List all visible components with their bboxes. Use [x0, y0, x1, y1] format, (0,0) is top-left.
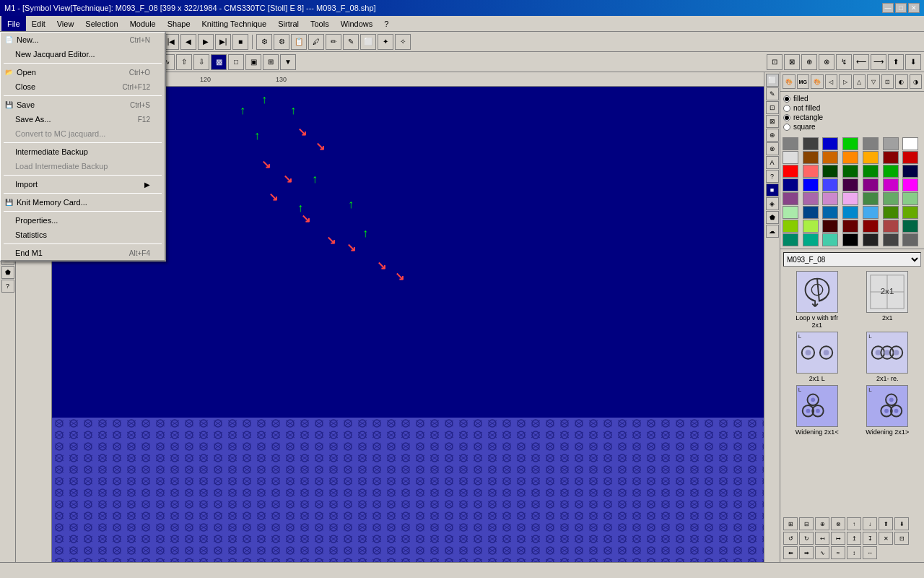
- menu-import[interactable]: Import ▶: [1, 177, 165, 191]
- color-purple[interactable]: [863, 178, 879, 191]
- tb-r4[interactable]: 🖊: [308, 34, 324, 50]
- br-2[interactable]: ⊟: [799, 517, 814, 530]
- br-14[interactable]: ↧: [863, 532, 877, 545]
- color-teal[interactable]: [902, 220, 918, 233]
- menu-properties[interactable]: Properties...: [1, 213, 165, 228]
- br-9[interactable]: ↺: [783, 532, 798, 545]
- tb2-r8[interactable]: ⬆: [888, 54, 904, 70]
- menu-new[interactable]: 📄 New... Ctrl+N: [1, 33, 165, 47]
- tb-r8[interactable]: ✦: [378, 34, 393, 50]
- tb2-select3[interactable]: ⊞: [263, 54, 279, 70]
- menu-edit[interactable]: Edit: [26, 16, 51, 31]
- tb-r6[interactable]: ✎: [343, 34, 359, 50]
- color-olive[interactable]: [883, 206, 899, 219]
- menu-module[interactable]: Module: [124, 16, 162, 31]
- color-darkblue[interactable]: [783, 178, 798, 191]
- menu-knit-memory[interactable]: 💾 Knit Memory Card...: [1, 195, 165, 210]
- color-tool-8[interactable]: ⊡: [881, 74, 894, 89]
- menu-view[interactable]: View: [51, 16, 80, 31]
- tb-r1[interactable]: ⚙: [256, 34, 272, 50]
- color-mediumpurple[interactable]: [803, 192, 819, 205]
- minimize-button[interactable]: —: [882, 3, 894, 13]
- color-nearblack[interactable]: [863, 233, 879, 246]
- br-6[interactable]: ↓: [863, 517, 877, 530]
- color-brightmagenta[interactable]: [902, 178, 918, 191]
- br-12[interactable]: ↦: [831, 532, 845, 545]
- color-dustyred[interactable]: [883, 220, 899, 233]
- rt-8[interactable]: ?: [766, 170, 779, 183]
- rt-2[interactable]: ✎: [766, 87, 779, 100]
- color-darkred[interactable]: [883, 151, 899, 164]
- menu-windows[interactable]: Windows: [335, 16, 379, 31]
- color-blue[interactable]: [822, 137, 838, 150]
- symbol-2x1re[interactable]: L 2x1- re.: [854, 332, 922, 382]
- menu-help[interactable]: ?: [378, 16, 394, 31]
- menu-knitting-technique[interactable]: Knitting Technique: [196, 16, 273, 31]
- menu-save[interactable]: 💾 Save Ctrl+S: [1, 98, 165, 112]
- tb2-abc[interactable]: ▼: [280, 54, 296, 70]
- color-navy[interactable]: [822, 206, 838, 219]
- tb-r5[interactable]: ✏: [326, 34, 341, 50]
- rt-7[interactable]: A: [766, 156, 779, 169]
- shape-notfilled-option[interactable]: not filled: [783, 104, 921, 112]
- tb2-r4[interactable]: ⊗: [819, 54, 834, 70]
- menu-statistics[interactable]: Statistics: [1, 228, 165, 242]
- color-brightblue[interactable]: [803, 178, 819, 191]
- rt-4[interactable]: ⊠: [766, 115, 779, 128]
- tool-unknown7[interactable]: ?: [1, 280, 14, 293]
- tb2-r7[interactable]: ⟶: [871, 54, 886, 70]
- color-medteal[interactable]: [783, 233, 798, 246]
- tb-end[interactable]: ▶|: [215, 34, 231, 50]
- color-darkmaroon[interactable]: [842, 220, 858, 233]
- br-16[interactable]: ⊡: [894, 532, 909, 545]
- tb2-select[interactable]: □: [228, 54, 244, 70]
- color-brightgreen[interactable]: [883, 165, 899, 178]
- tb-r9[interactable]: ✧: [395, 34, 411, 50]
- color-gray[interactable]: [783, 137, 798, 150]
- radio-rectangle[interactable]: [783, 114, 790, 121]
- color-dustygreen[interactable]: [863, 192, 879, 205]
- color-sky[interactable]: [863, 206, 879, 219]
- color-palegreen[interactable]: [783, 206, 798, 219]
- tb-stop[interactable]: ■: [232, 34, 248, 50]
- color-lightgreen[interactable]: [902, 192, 918, 205]
- color-red[interactable]: [783, 165, 798, 178]
- color-orange-dark[interactable]: [822, 151, 838, 164]
- menu-intermediate-backup[interactable]: Intermediate Backup: [1, 144, 165, 159]
- color-verydarkblue[interactable]: [902, 165, 918, 178]
- color-brown[interactable]: [863, 220, 879, 233]
- tb2-fill[interactable]: ▩: [211, 54, 227, 70]
- br-10[interactable]: ↻: [799, 532, 814, 545]
- menu-selection[interactable]: Selection: [79, 16, 123, 31]
- rt-12[interactable]: ☁: [766, 225, 779, 238]
- color-white[interactable]: [902, 137, 918, 150]
- color-tool-7[interactable]: ▽: [867, 74, 880, 89]
- symbol-widening-left[interactable]: L Widening 2x1<: [783, 385, 851, 436]
- radio-filled[interactable]: [783, 95, 790, 103]
- tb-prev[interactable]: ◀: [180, 34, 196, 50]
- color-dustypurple[interactable]: [783, 192, 798, 205]
- tb-r2[interactable]: ⚙: [274, 34, 289, 50]
- color-lightgray[interactable]: [883, 137, 899, 150]
- color-lightpurple[interactable]: [822, 192, 838, 205]
- tb-r3[interactable]: 📋: [291, 34, 307, 50]
- shape-rectangle-option[interactable]: rectangle: [783, 113, 921, 121]
- tb2-r9[interactable]: ⬇: [905, 54, 921, 70]
- radio-square[interactable]: [783, 124, 790, 131]
- tb2-12[interactable]: ⇩: [193, 54, 209, 70]
- color-brightteal[interactable]: [803, 233, 819, 246]
- shape-square-option[interactable]: square: [783, 123, 921, 131]
- menu-save-as[interactable]: Save As... F12: [1, 112, 165, 126]
- color-magenta[interactable]: [883, 178, 899, 191]
- color-medgreen[interactable]: [842, 165, 858, 178]
- color-tool-10[interactable]: ◑: [910, 74, 923, 89]
- color-paleyellow[interactable]: [803, 220, 819, 233]
- maximize-button[interactable]: □: [895, 3, 907, 13]
- rt-5[interactable]: ⊕: [766, 129, 779, 142]
- color-lightred[interactable]: [803, 165, 819, 178]
- tb-r7[interactable]: ⬜: [360, 34, 376, 50]
- color-gray2[interactable]: [863, 137, 879, 150]
- color-gold[interactable]: [863, 151, 879, 164]
- br-22[interactable]: ↔: [863, 546, 877, 559]
- tb2-r3[interactable]: ⊕: [801, 54, 817, 70]
